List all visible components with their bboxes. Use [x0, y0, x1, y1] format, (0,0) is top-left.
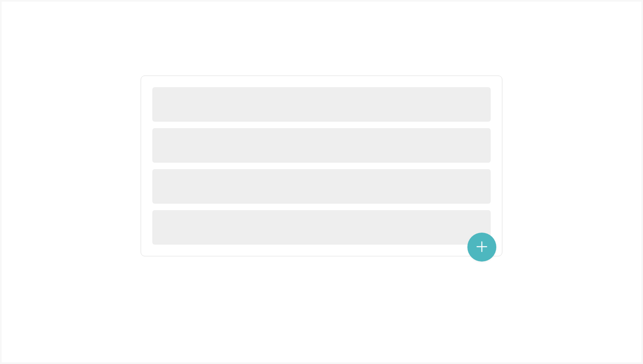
add-button[interactable] [467, 233, 496, 262]
list-card [141, 76, 502, 256]
viewport [2, 2, 641, 362]
list-item[interactable] [152, 169, 491, 204]
list-item[interactable] [152, 128, 491, 163]
plus-icon [476, 241, 488, 254]
list-item[interactable] [152, 210, 491, 245]
list-item[interactable] [152, 87, 491, 122]
item-list [152, 87, 491, 245]
